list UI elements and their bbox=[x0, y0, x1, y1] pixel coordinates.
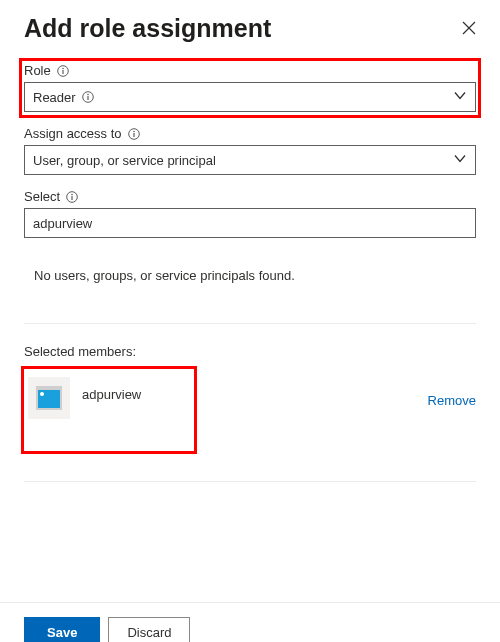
footer: Save Discard bbox=[0, 603, 500, 642]
select-field: Select bbox=[24, 189, 476, 238]
info-icon[interactable] bbox=[82, 91, 94, 103]
chevron-down-icon bbox=[453, 152, 467, 169]
discard-button[interactable]: Discard bbox=[108, 617, 190, 642]
member-avatar bbox=[28, 377, 70, 419]
svg-rect-2 bbox=[62, 70, 63, 74]
role-label: Role bbox=[24, 63, 51, 78]
divider bbox=[24, 323, 476, 324]
select-label-row: Select bbox=[24, 189, 476, 204]
member-name: adpurview bbox=[82, 387, 141, 402]
highlight-box: adpurview bbox=[24, 369, 194, 451]
role-select-value: Reader bbox=[33, 90, 76, 105]
panel-header: Add role assignment bbox=[24, 14, 476, 43]
app-icon bbox=[36, 386, 62, 410]
select-search-input[interactable] bbox=[24, 208, 476, 238]
svg-point-10 bbox=[71, 193, 73, 195]
assign-access-label-row: Assign access to bbox=[24, 126, 476, 141]
select-label: Select bbox=[24, 189, 60, 204]
selected-members-label: Selected members: bbox=[24, 344, 476, 359]
assign-access-label: Assign access to bbox=[24, 126, 122, 141]
close-icon bbox=[462, 21, 476, 35]
divider bbox=[24, 481, 476, 482]
svg-point-14 bbox=[40, 392, 44, 396]
no-results-text: No users, groups, or service principals … bbox=[24, 252, 476, 297]
role-select[interactable]: Reader bbox=[24, 82, 476, 112]
info-icon[interactable] bbox=[66, 191, 78, 203]
panel-title: Add role assignment bbox=[24, 14, 271, 43]
svg-point-7 bbox=[133, 130, 135, 132]
info-icon[interactable] bbox=[128, 128, 140, 140]
svg-rect-8 bbox=[133, 133, 134, 137]
assign-access-value: User, group, or service principal bbox=[33, 153, 216, 168]
assign-access-select[interactable]: User, group, or service principal bbox=[24, 145, 476, 175]
svg-rect-11 bbox=[72, 196, 73, 200]
save-button[interactable]: Save bbox=[24, 617, 100, 642]
svg-point-4 bbox=[87, 94, 89, 96]
remove-member-link[interactable]: Remove bbox=[428, 393, 476, 408]
assign-access-field: Assign access to User, group, or service… bbox=[24, 126, 476, 175]
member-row: adpurview Remove bbox=[24, 369, 476, 451]
role-field: Role Reader bbox=[21, 60, 479, 116]
role-label-row: Role bbox=[24, 63, 476, 78]
svg-rect-5 bbox=[87, 96, 88, 100]
svg-point-1 bbox=[62, 67, 64, 69]
chevron-down-icon bbox=[453, 89, 467, 106]
close-button[interactable] bbox=[462, 14, 476, 38]
info-icon[interactable] bbox=[57, 65, 69, 77]
